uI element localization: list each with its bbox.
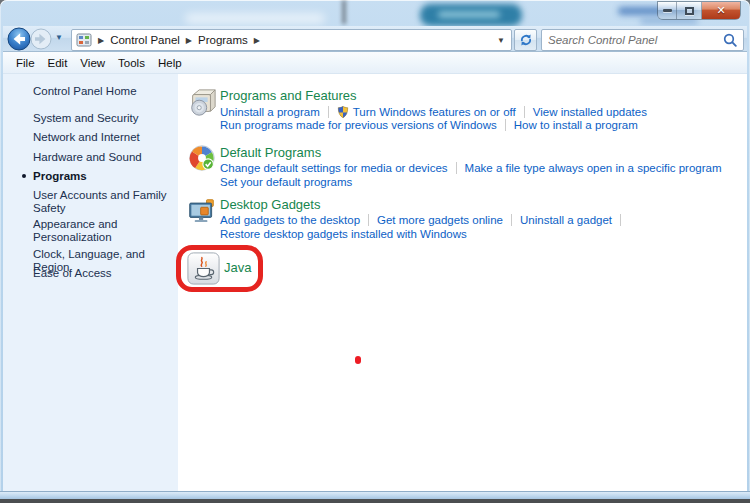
link-run-programs-previous-versions[interactable]: Run programs made for previous versions … xyxy=(220,119,497,131)
link-separator xyxy=(505,119,506,131)
sidebar-item-user-accounts[interactable]: User Accounts and Family Safety xyxy=(33,189,179,214)
programs-and-features-title[interactable]: Programs and Features xyxy=(220,88,357,103)
link-get-more-gadgets-online[interactable]: Get more gadgets online xyxy=(377,214,503,226)
breadcrumb-control-panel[interactable]: Control Panel xyxy=(110,34,180,46)
java-highlight-annotation xyxy=(176,245,263,292)
address-dropdown-chevron-icon[interactable]: ▼ xyxy=(497,36,507,45)
search-icon[interactable] xyxy=(721,33,743,47)
window-bottom-edge xyxy=(0,499,750,503)
sidebar-item-hardware-and-sound[interactable]: Hardware and Sound xyxy=(33,151,179,164)
restore-icon xyxy=(685,7,694,15)
desktop-gadgets-icon[interactable] xyxy=(188,198,215,229)
menu-view[interactable]: View xyxy=(80,57,105,69)
menu-file[interactable]: File xyxy=(16,57,35,69)
background-blur-light xyxy=(185,13,325,24)
back-arrow-icon xyxy=(7,27,31,51)
sidebar-item-ease-of-access[interactable]: Ease of Access xyxy=(33,267,179,280)
close-icon: ✕ xyxy=(716,5,725,16)
breadcrumb-arrow-icon: ▶ xyxy=(98,36,104,45)
link-turn-windows-features[interactable]: Turn Windows features on or off xyxy=(337,105,516,119)
breadcrumb-arrow-icon[interactable]: ▶ xyxy=(254,36,260,45)
refresh-button[interactable] xyxy=(514,29,537,51)
default-programs-icon[interactable] xyxy=(188,144,216,176)
forward-button[interactable] xyxy=(30,28,52,50)
sidebar-item-programs[interactable]: Programs xyxy=(33,170,179,183)
link-add-gadgets-to-desktop[interactable]: Add gadgets to the desktop xyxy=(220,214,360,226)
programs-and-features-icon[interactable] xyxy=(187,88,217,122)
sidebar-item-control-panel-home[interactable]: Control Panel Home xyxy=(33,85,179,98)
breadcrumb-programs[interactable]: Programs xyxy=(198,34,248,46)
link-separator xyxy=(524,106,525,118)
menu-bar: File Edit View Tools Help xyxy=(3,52,747,74)
caption-buttons: ✕ xyxy=(658,2,740,19)
close-button[interactable]: ✕ xyxy=(702,2,740,19)
link-separator xyxy=(368,214,369,226)
default-programs-title[interactable]: Default Programs xyxy=(220,145,321,160)
link-separator xyxy=(620,214,621,226)
link-uninstall-a-gadget[interactable]: Uninstall a gadget xyxy=(520,214,612,226)
history-dropdown-chevron-icon[interactable]: ▼ xyxy=(55,33,63,42)
link-how-to-install-a-program[interactable]: How to install a program xyxy=(514,119,638,131)
link-separator xyxy=(456,162,457,174)
main-content: Programs and Features Uninstall a progra… xyxy=(178,74,747,491)
restore-button[interactable] xyxy=(677,2,702,19)
uac-shield-icon xyxy=(337,105,349,119)
menu-edit[interactable]: Edit xyxy=(48,57,68,69)
search-box xyxy=(541,29,744,51)
back-button[interactable] xyxy=(7,27,31,51)
control-panel-icon xyxy=(76,32,92,48)
link-change-default-settings-media[interactable]: Change default settings for media or dev… xyxy=(220,162,448,174)
red-dot-annotation xyxy=(355,356,361,364)
background-blur-button-text xyxy=(438,11,500,18)
link-uninstall-a-program[interactable]: Uninstall a program xyxy=(220,106,320,118)
breadcrumb-arrow-icon[interactable]: ▶ xyxy=(186,36,192,45)
search-input[interactable] xyxy=(542,31,721,49)
address-bar[interactable]: ▶ Control Panel ▶ Programs ▶ ▼ xyxy=(71,29,512,51)
minimize-icon xyxy=(663,9,672,12)
desktop-gadgets-title[interactable]: Desktop Gadgets xyxy=(220,197,320,212)
minimize-button[interactable] xyxy=(658,2,677,19)
link-restore-desktop-gadgets[interactable]: Restore desktop gadgets installed with W… xyxy=(220,228,467,240)
sidebar-item-system-and-security[interactable]: System and Security xyxy=(33,112,179,125)
sidebar-item-appearance[interactable]: Appearance and Personalization xyxy=(33,218,179,243)
link-separator xyxy=(511,214,512,226)
link-turn-windows-features-label: Turn Windows features on or off xyxy=(353,106,516,118)
link-file-type-always-open[interactable]: Make a file type always open in a specif… xyxy=(465,162,722,174)
link-view-installed-updates[interactable]: View installed updates xyxy=(533,106,647,118)
explorer-window: ✕ ▼ ▶ Control Panel ▶ Programs ▶ xyxy=(0,0,750,503)
sidebar: Control Panel Home System and Security N… xyxy=(3,74,178,491)
menu-tools[interactable]: Tools xyxy=(118,57,145,69)
forward-arrow-icon xyxy=(30,28,52,50)
sidebar-item-network-and-internet[interactable]: Network and Internet xyxy=(33,131,179,144)
link-separator xyxy=(328,106,329,118)
menu-help[interactable]: Help xyxy=(158,57,182,69)
active-bullet-icon xyxy=(22,174,26,178)
sidebar-item-programs-label: Programs xyxy=(33,170,87,182)
link-set-your-default-programs[interactable]: Set your default programs xyxy=(220,176,352,188)
refresh-icon xyxy=(519,33,533,47)
background-blur-line xyxy=(342,0,346,24)
window-bottom-frame xyxy=(0,491,750,499)
